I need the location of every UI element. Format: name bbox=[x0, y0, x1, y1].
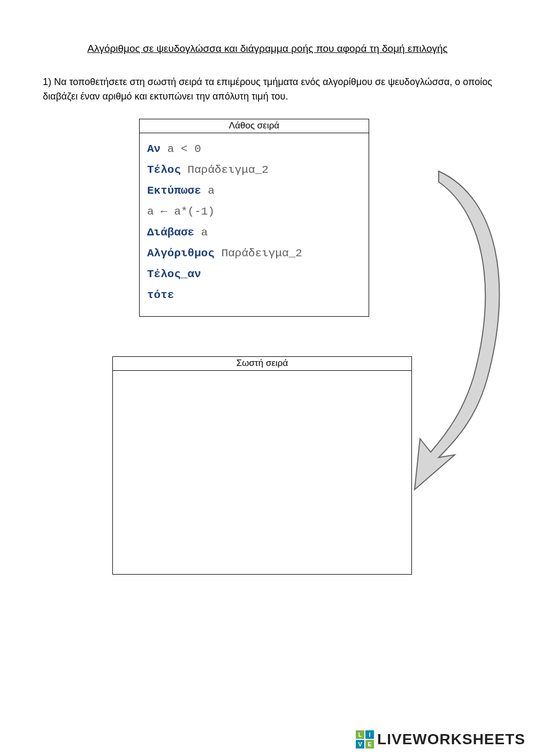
keyword: Τέλος_αν bbox=[147, 268, 201, 280]
code-item[interactable]: Αν a < 0 bbox=[147, 143, 361, 155]
correct-order-header: Σωστή σειρά bbox=[113, 357, 411, 371]
code-rest: a bbox=[201, 185, 215, 197]
drop-area[interactable] bbox=[113, 371, 411, 574]
logo-square: E bbox=[365, 740, 374, 749]
keyword: Τέλος bbox=[147, 164, 181, 176]
logo-square: I bbox=[365, 730, 374, 739]
code-rest: Παράδειγμα_2 bbox=[215, 247, 302, 259]
curved-arrow-icon bbox=[407, 166, 524, 498]
keyword: Εκτύπωσε bbox=[147, 185, 201, 197]
keyword: Αν bbox=[147, 143, 160, 155]
watermark-logo-icon: L I V E bbox=[356, 730, 374, 749]
page-title: Αλγόριθμος σε ψευδογλώσσα και διάγραμμα … bbox=[43, 43, 492, 55]
code-item[interactable]: Τέλος_αν bbox=[147, 268, 361, 280]
logo-square: V bbox=[356, 740, 364, 749]
code-rest: a < 0 bbox=[160, 143, 201, 155]
watermark: L I V E LIVEWORKSHEETS bbox=[356, 730, 525, 749]
code-rest: Παράδειγμα_2 bbox=[181, 164, 269, 176]
question-instruction: 1) Να τοποθετήσετε στη σωστή σειρά τα επ… bbox=[43, 75, 492, 104]
code-item[interactable]: τότε bbox=[147, 289, 361, 301]
wrong-order-box: Λάθος σειρά Αν a < 0 Τέλος Παράδειγμα_2 … bbox=[139, 119, 369, 317]
code-item[interactable]: a ← a*(-1) bbox=[147, 205, 361, 218]
code-rest: a ← a*(-1) bbox=[147, 205, 215, 218]
correct-order-box: Σωστή σειρά bbox=[112, 356, 412, 575]
keyword: Αλγόριθμος bbox=[147, 247, 215, 259]
code-item[interactable]: Εκτύπωσε a bbox=[147, 185, 361, 197]
wrong-order-header: Λάθος σειρά bbox=[140, 119, 369, 133]
code-rest: a bbox=[194, 226, 208, 239]
code-item[interactable]: Διάβασε a bbox=[147, 226, 361, 239]
logo-square: L bbox=[356, 730, 364, 739]
code-item[interactable]: Τέλος Παράδειγμα_2 bbox=[147, 164, 361, 176]
keyword: τότε bbox=[147, 289, 174, 301]
keyword: Διάβασε bbox=[147, 226, 194, 239]
code-item[interactable]: Αλγόριθμος Παράδειγμα_2 bbox=[147, 247, 361, 259]
code-item-list: Αν a < 0 Τέλος Παράδειγμα_2 Εκτύπωσε a a… bbox=[140, 133, 369, 316]
watermark-text: LIVEWORKSHEETS bbox=[377, 731, 525, 748]
